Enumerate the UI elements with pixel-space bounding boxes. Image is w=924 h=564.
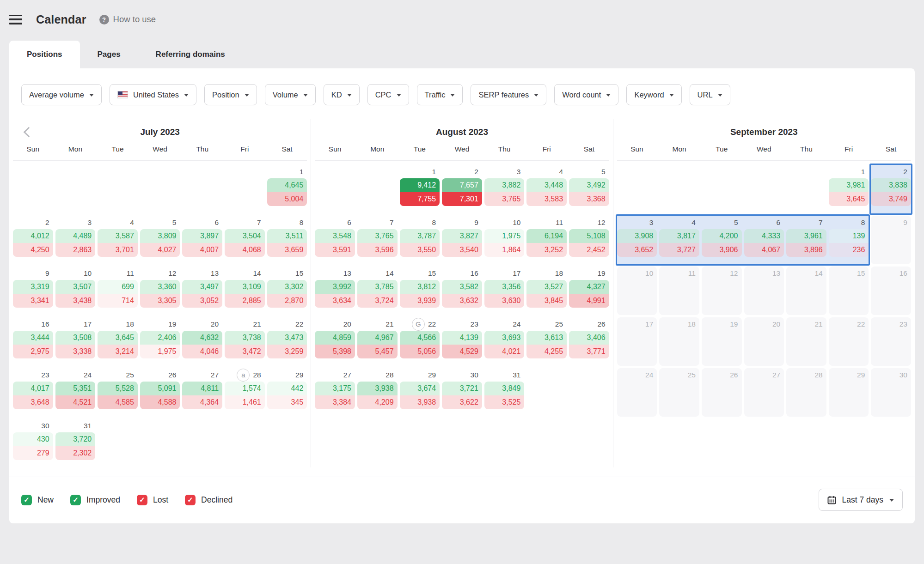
day-cell[interactable]: 14,6455,004 xyxy=(267,165,307,213)
day-cell[interactable]: 183,5273,845 xyxy=(526,267,567,315)
day-cell[interactable]: 173,3563,630 xyxy=(484,267,525,315)
day-cell[interactable]: 33,8823,765 xyxy=(484,165,525,213)
day-cell[interactable]: 153,3022,870 xyxy=(267,267,307,315)
legend-item-new[interactable]: ✓New xyxy=(21,495,54,505)
day-cell[interactable]: 83,7873,550 xyxy=(400,216,440,264)
day-cell[interactable]: 8139236 xyxy=(829,216,869,264)
day-cell[interactable]: 273,1753,384 xyxy=(315,368,355,417)
month-header: August 2023 xyxy=(315,119,609,145)
day-cell[interactable]: 103,5073,438 xyxy=(55,267,96,315)
day-cell[interactable]: 93,3193,341 xyxy=(13,267,53,315)
day-cell[interactable]: 214,9675,457 xyxy=(357,317,398,366)
day-cell[interactable]: 313,8493,525 xyxy=(484,368,525,417)
day-cell[interactable]: 204,6324,046 xyxy=(182,317,222,366)
legend-item-lost[interactable]: ✓Lost xyxy=(137,495,168,505)
day-cell[interactable]: 73,9613,896 xyxy=(786,216,826,264)
day-cell[interactable]: 43,5873,701 xyxy=(98,216,138,264)
filter-volume[interactable]: Volume xyxy=(265,84,316,105)
day-cell[interactable]: 73,5044,068 xyxy=(225,216,265,264)
day-cell[interactable]: 101,9751,864 xyxy=(484,216,525,264)
filter-kd[interactable]: KD xyxy=(324,84,360,105)
day-cell[interactable]: 30430279 xyxy=(13,419,53,467)
day-cell[interactable]: 53,4923,368 xyxy=(569,165,609,213)
day-cell[interactable]: 283,9384,209 xyxy=(357,368,398,417)
day-cell[interactable]: 83,5113,659 xyxy=(267,216,307,264)
day-cell[interactable]: 143,7853,724 xyxy=(357,267,398,315)
day-cell[interactable]: 143,1092,885 xyxy=(225,267,265,315)
day-cell[interactable]: 33,9083,652 xyxy=(617,216,657,264)
new-improved-value: 3,961 xyxy=(786,229,826,243)
day-cell[interactable]: 194,3274,991 xyxy=(569,267,609,315)
day-cell[interactable]: 234,0173,648 xyxy=(13,368,53,417)
day-cell[interactable]: 263,4063,771 xyxy=(569,317,609,366)
legend-item-improved[interactable]: ✓Improved xyxy=(70,495,120,505)
day-cell[interactable]: 116,1943,252 xyxy=(526,216,567,264)
tab-positions[interactable]: Positions xyxy=(9,41,80,68)
day-cell[interactable]: 313,7202,302 xyxy=(55,419,96,467)
day-cell[interactable]: 253,6134,255 xyxy=(526,317,567,366)
filter-url[interactable]: URL xyxy=(690,84,730,105)
day-cell[interactable]: 245,3514,521 xyxy=(55,368,96,417)
day-cell[interactable]: 163,5823,632 xyxy=(442,267,482,315)
day-cell[interactable]: 265,0914,588 xyxy=(140,368,180,417)
tab-pages[interactable]: Pages xyxy=(80,41,138,68)
filter-position[interactable]: Position xyxy=(204,84,257,105)
day-cell[interactable]: 133,4973,052 xyxy=(182,267,222,315)
legend-item-declined[interactable]: ✓Declined xyxy=(185,495,233,505)
day-number: 11 xyxy=(127,269,134,278)
day-cell[interactable]: 63,5483,591 xyxy=(315,216,355,264)
filter-traffic[interactable]: Traffic xyxy=(417,84,463,105)
checkbox-declined[interactable]: ✓ xyxy=(185,495,196,505)
how-to-use-link[interactable]: ? How to use xyxy=(99,14,156,24)
day-cell[interactable]: 43,4483,583 xyxy=(526,165,567,213)
day-cell[interactable]: 54,2003,906 xyxy=(702,216,742,264)
filter-average-volume[interactable]: Average volume xyxy=(21,84,102,105)
day-cell[interactable]: 123,3603,305 xyxy=(140,267,180,315)
day-cell[interactable]: 11699714 xyxy=(98,267,138,315)
prev-month-button[interactable] xyxy=(24,127,34,138)
day-cell[interactable]: 153,8123,939 xyxy=(400,267,440,315)
day-cell[interactable]: 213,7383,472 xyxy=(225,317,265,366)
filter-united-states[interactable]: United States xyxy=(110,84,196,105)
tab-referring-domains[interactable]: Referring domains xyxy=(138,41,243,68)
lost-declined-value: 2,870 xyxy=(267,294,307,308)
day-cell[interactable]: 125,1082,452 xyxy=(569,216,609,264)
day-cell[interactable]: 53,8094,027 xyxy=(140,216,180,264)
day-cell[interactable]: 255,5284,585 xyxy=(98,368,138,417)
day-cell[interactable]: 183,6453,214 xyxy=(98,317,138,366)
day-cell[interactable]: 29442345 xyxy=(267,368,307,417)
day-cell[interactable]: 173,5083,338 xyxy=(55,317,96,366)
day-cell[interactable]: 93,8273,540 xyxy=(442,216,482,264)
day-cell[interactable]: 63,8974,007 xyxy=(182,216,222,264)
day-cell[interactable]: 34,4892,863 xyxy=(55,216,96,264)
day-cell[interactable]: G224,5665,056 xyxy=(400,317,440,366)
day-cell[interactable]: 243,6934,021 xyxy=(484,317,525,366)
day-cell[interactable]: 13,9813,645 xyxy=(829,165,869,213)
hamburger-menu-icon[interactable] xyxy=(9,15,22,24)
day-cell[interactable]: 64,3334,067 xyxy=(744,216,784,264)
filter-cpc[interactable]: CPC xyxy=(367,84,409,105)
day-cell[interactable]: 19,4127,755 xyxy=(400,165,440,213)
day-cell[interactable]: 293,6743,938 xyxy=(400,368,440,417)
day-cell[interactable]: 43,8173,727 xyxy=(659,216,699,264)
day-cell[interactable]: 204,8595,398 xyxy=(315,317,355,366)
day-cell[interactable]: 163,4442,975 xyxy=(13,317,53,366)
day-cell[interactable]: 303,7213,622 xyxy=(442,368,482,417)
checkbox-lost[interactable]: ✓ xyxy=(137,495,147,505)
checkbox-new[interactable]: ✓ xyxy=(21,495,32,505)
day-cell[interactable]: 27,6577,301 xyxy=(442,165,482,213)
date-range-button[interactable]: Last 7 days xyxy=(819,489,903,511)
day-cell[interactable]: 234,1394,529 xyxy=(442,317,482,366)
day-cell[interactable]: 24,0124,250 xyxy=(13,216,53,264)
day-cell[interactable]: 192,4061,975 xyxy=(140,317,180,366)
filter-word-count[interactable]: Word count xyxy=(554,84,618,105)
checkbox-improved[interactable]: ✓ xyxy=(70,495,81,505)
filter-keyword[interactable]: Keyword xyxy=(626,84,681,105)
day-cell[interactable]: 133,9923,634 xyxy=(315,267,355,315)
day-cell[interactable]: 73,7653,596 xyxy=(357,216,398,264)
day-cell[interactable]: 23,8383,749 xyxy=(871,165,911,213)
day-cell[interactable]: 274,8114,364 xyxy=(182,368,222,417)
filter-serp-features[interactable]: SERP features xyxy=(471,84,546,105)
day-cell[interactable]: a281,5741,461 xyxy=(225,368,265,417)
day-cell[interactable]: 223,4733,259 xyxy=(267,317,307,366)
